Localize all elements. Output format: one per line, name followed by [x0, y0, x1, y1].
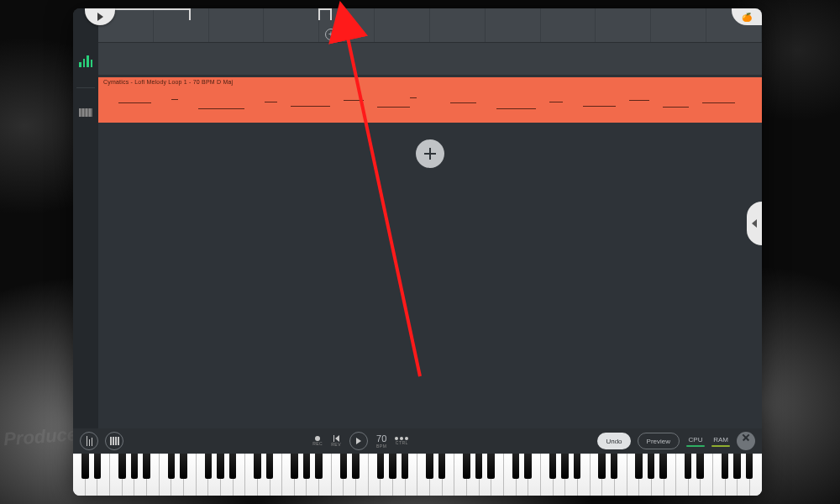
chevron-left-icon — [752, 219, 757, 228]
black-key[interactable] — [598, 454, 606, 479]
black-key[interactable] — [635, 454, 643, 479]
black-key[interactable] — [340, 454, 348, 479]
black-key[interactable] — [315, 454, 323, 479]
black-key[interactable] — [205, 454, 213, 479]
control-menu-button[interactable]: CTRL — [395, 437, 408, 445]
black-key[interactable] — [426, 454, 433, 479]
black-key[interactable] — [475, 454, 483, 479]
track-header-row[interactable] — [98, 42, 762, 76]
black-key[interactable] — [254, 454, 261, 479]
arrangement-area[interactable] — [98, 123, 762, 428]
close-button[interactable] — [737, 432, 755, 450]
black-key[interactable] — [303, 454, 311, 479]
undo-button[interactable]: Undo — [597, 433, 630, 449]
cpu-meter[interactable]: CPU — [686, 436, 705, 447]
black-key[interactable] — [217, 454, 224, 479]
black-key[interactable] — [648, 454, 655, 479]
transport-center: REC REV 70BPM CTRL — [312, 432, 408, 450]
black-key[interactable] — [611, 454, 618, 479]
black-key[interactable] — [291, 454, 298, 479]
tempo-display[interactable]: 70BPM — [376, 434, 386, 449]
black-key[interactable] — [94, 454, 102, 479]
levels-icon[interactable] — [79, 55, 92, 67]
black-key[interactable] — [574, 454, 581, 479]
black-key[interactable] — [352, 454, 360, 479]
black-key[interactable] — [463, 454, 470, 479]
preview-button[interactable]: Preview — [638, 433, 680, 449]
black-key[interactable] — [561, 454, 569, 479]
play-button[interactable] — [349, 432, 368, 450]
black-key[interactable] — [438, 454, 446, 479]
rail-divider — [76, 87, 95, 88]
play-icon — [356, 438, 361, 444]
add-marker-button[interactable]: + — [325, 29, 337, 40]
black-key[interactable] — [722, 454, 729, 479]
black-key[interactable] — [733, 454, 741, 479]
black-key[interactable] — [168, 454, 176, 479]
black-key[interactable] — [746, 454, 753, 479]
black-key[interactable] — [402, 454, 409, 479]
black-key[interactable] — [512, 454, 520, 479]
black-key[interactable] — [118, 454, 126, 479]
rewind-icon — [333, 435, 339, 442]
side-expand-tab[interactable] — [747, 202, 762, 245]
black-keys[interactable] — [73, 454, 762, 479]
rewind-button[interactable]: REV — [331, 435, 341, 447]
black-key[interactable] — [659, 454, 667, 479]
grid-icon — [110, 437, 119, 445]
black-key[interactable] — [487, 454, 495, 479]
black-key[interactable] — [266, 454, 274, 479]
loop-region-2[interactable] — [318, 8, 332, 18]
ram-meter[interactable]: RAM — [711, 436, 730, 447]
black-key[interactable] — [524, 454, 532, 479]
black-key[interactable] — [377, 454, 385, 479]
transport-bar: REC REV 70BPM CTRL Undo Preview CPU RAM — [73, 428, 762, 454]
black-key[interactable] — [229, 454, 237, 479]
sliders-icon — [87, 436, 92, 446]
add-track-button[interactable] — [416, 139, 444, 168]
black-key[interactable] — [143, 454, 150, 479]
black-key[interactable] — [696, 454, 704, 479]
channel-rack-button[interactable] — [105, 432, 123, 450]
fruit-icon: 🍊 — [742, 13, 752, 22]
black-key[interactable] — [180, 454, 187, 479]
black-key[interactable] — [81, 454, 89, 479]
black-key[interactable] — [549, 454, 557, 479]
clip-lane[interactable]: Cymatics - Lofi Melody Loop 1 - 70 BPM D… — [98, 77, 762, 123]
audio-clip[interactable]: Cymatics - Lofi Melody Loop 1 - 70 BPM D… — [98, 77, 762, 123]
piano-roll-icon[interactable] — [79, 108, 92, 117]
black-key[interactable] — [685, 454, 692, 479]
black-key[interactable] — [131, 454, 139, 479]
mixer-button[interactable] — [80, 432, 98, 450]
app-window: + Cymatics - Lofi Melody Loop 1 - 70 BPM… — [73, 8, 762, 496]
clip-midi-preview — [98, 91, 762, 118]
timeline-ruler[interactable]: + — [98, 8, 762, 42]
black-key[interactable] — [389, 454, 396, 479]
piano-keyboard[interactable] — [73, 454, 762, 496]
close-icon — [742, 437, 750, 445]
clip-label: Cymatics - Lofi Melody Loop 1 - 70 BPM D… — [103, 79, 233, 85]
left-tool-rail — [73, 8, 98, 496]
record-button[interactable]: REC — [312, 436, 323, 446]
